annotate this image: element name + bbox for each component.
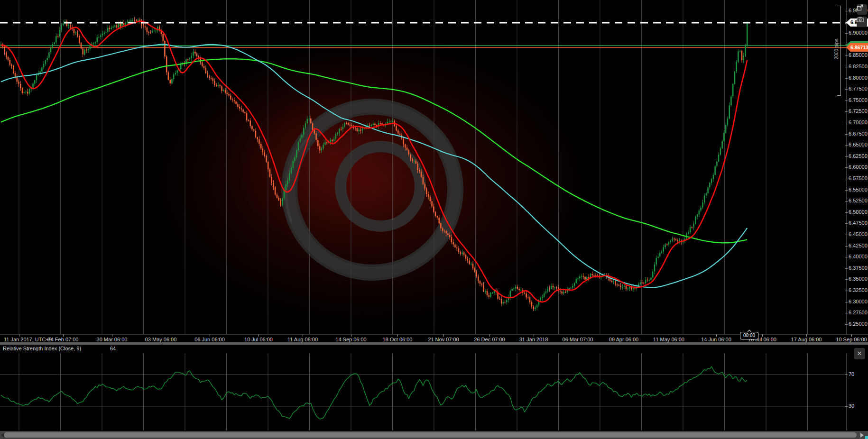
price-tick xyxy=(845,302,848,302)
price-tick-label: 6.40000 xyxy=(849,254,868,260)
price-tick-label: 6.75000 xyxy=(849,97,868,103)
price-tick-label: 6.60000 xyxy=(849,164,868,170)
trading-chart-window: 6.950006.900006.850006.825006.800006.775… xyxy=(0,0,868,439)
time-tick-label: 30 Mar 06:00 xyxy=(83,337,140,342)
rsi-gridlines xyxy=(0,353,847,430)
rsi-upper-band-label: 70 xyxy=(849,371,863,377)
price-tick xyxy=(845,324,848,325)
price-tick-label: 6.85000 xyxy=(849,52,868,58)
price-tick-label: 6.52500 xyxy=(849,198,868,204)
price-tick xyxy=(845,145,848,146)
price-tick-label: 6.50000 xyxy=(849,209,868,215)
price-tick xyxy=(845,179,848,179)
time-tick-label: 03 May 06:00 xyxy=(132,337,189,342)
rsi-upper-tick xyxy=(845,375,848,375)
price-tick xyxy=(845,201,848,201)
price-tick-label: 6.47500 xyxy=(849,220,868,226)
price-tick xyxy=(845,291,848,291)
price-tick xyxy=(845,268,848,269)
scrollbar-thumb[interactable] xyxy=(4,432,857,438)
price-tick-label: 6.45000 xyxy=(849,231,868,238)
rsi-lower-tick xyxy=(845,406,848,407)
price-tick xyxy=(845,11,848,11)
price-tick xyxy=(845,78,848,79)
price-tick-label: 6.80000 xyxy=(849,75,868,81)
main-chart-svg xyxy=(0,0,868,343)
price-tick-label: 6.70000 xyxy=(849,119,868,126)
price-tick-label: 6.42500 xyxy=(849,243,868,249)
position-line-orange-tag[interactable]: 6.86713 xyxy=(846,43,868,52)
rsi-indicator-label: Relative Strength Index (Close, 9) xyxy=(3,346,81,351)
price-tick-label: 6.72500 xyxy=(849,108,868,114)
price-tick-label: 6.37500 xyxy=(849,265,868,271)
price-tick-label: 6.77500 xyxy=(849,86,868,92)
price-tick xyxy=(845,190,848,191)
price-tick xyxy=(845,101,848,101)
price-tick xyxy=(845,223,848,224)
price-tick-label: 6.82500 xyxy=(849,64,868,70)
price-tick-label: 6.30000 xyxy=(849,299,868,305)
price-tick-label: 6.90000 xyxy=(849,30,868,36)
rsi-header: Relative Strength Index (Close, 9) 64 xyxy=(0,345,868,353)
price-tick xyxy=(845,167,848,168)
pips-measurement-label: 2000 pips xyxy=(834,33,839,66)
price-tick xyxy=(845,235,848,235)
price-tick-label: 6.25000 xyxy=(849,321,868,327)
rsi-close-button[interactable]: ✕ xyxy=(854,348,865,359)
time-tick-label: 10 Sep 06:00 xyxy=(823,337,868,342)
price-tick-label: 6.27500 xyxy=(849,310,868,316)
price-tick-label: 6.67500 xyxy=(849,131,868,137)
price-tick xyxy=(845,246,848,247)
price-tick xyxy=(845,67,848,67)
price-tick xyxy=(845,55,848,56)
price-tick xyxy=(845,111,848,112)
open-in-window-icon xyxy=(857,4,863,11)
price-tick xyxy=(845,33,848,34)
scrollbar-right-arrow-icon[interactable] xyxy=(860,433,864,438)
time-marker-tooltip: 00:00 xyxy=(740,332,758,339)
price-tick-label: 6.32500 xyxy=(849,287,868,293)
rsi-chart-svg xyxy=(0,353,868,430)
camera-icon xyxy=(857,17,864,22)
price-tick xyxy=(845,313,848,313)
price-tick xyxy=(845,212,848,213)
popout-chart-button[interactable] xyxy=(857,4,867,15)
screenshot-button[interactable] xyxy=(857,17,867,27)
price-tick-label: 6.35000 xyxy=(849,276,868,282)
price-tick-label: 6.57500 xyxy=(849,175,868,182)
rsi-current-value: 64 xyxy=(110,346,116,351)
rsi-lower-band-label: 30 xyxy=(849,403,863,409)
time-tick-label: 06 Jun 06:00 xyxy=(181,337,238,342)
price-tick xyxy=(845,156,848,157)
price-tick xyxy=(845,123,848,123)
scrollbar-corner-accent xyxy=(865,436,868,439)
price-tick xyxy=(845,279,848,280)
price-tick xyxy=(845,89,848,90)
horizontal-scrollbar[interactable] xyxy=(0,431,868,439)
price-tick xyxy=(845,134,848,135)
price-tick-label: 6.55000 xyxy=(849,187,868,193)
price-tick-label: 6.62500 xyxy=(849,153,868,159)
price-tick xyxy=(845,257,848,257)
price-tick-label: 6.65000 xyxy=(849,142,868,148)
time-tick-label: 24 Feb 07:00 xyxy=(35,337,92,342)
